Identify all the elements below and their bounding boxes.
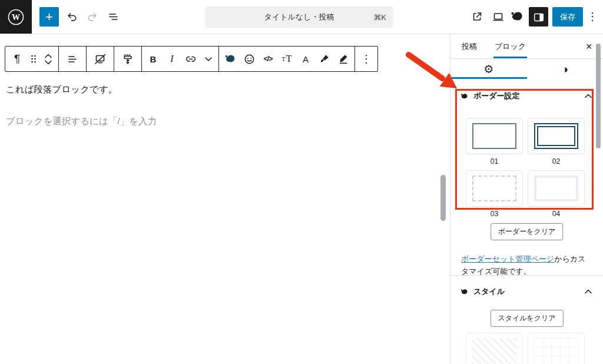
paintbrush-icon	[319, 53, 330, 65]
emoji-button[interactable]	[240, 47, 259, 71]
border-preview-double	[534, 123, 578, 149]
collapse-style-panel-button[interactable]	[582, 285, 595, 298]
list-view-button[interactable]	[105, 8, 121, 25]
align-text-icon	[67, 53, 78, 65]
undo-button[interactable]	[64, 8, 80, 25]
view-post-button[interactable]	[469, 8, 485, 25]
plus-icon: +	[45, 9, 53, 24]
tab-block[interactable]: ブロック	[493, 34, 527, 58]
border-preset-01-button[interactable]	[466, 118, 523, 154]
marker-pen-icon	[337, 53, 349, 65]
block-options-button[interactable]: ⋮	[357, 47, 376, 71]
kebab-icon: ⋮	[361, 54, 372, 64]
redo-button[interactable]	[84, 8, 101, 25]
sidebar-scrollbar-thumb[interactable]	[596, 44, 601, 148]
theme-format-button[interactable]	[221, 47, 240, 71]
preview-device-button[interactable]	[490, 8, 506, 25]
copy-format-button[interactable]	[315, 47, 334, 71]
responsive-visibility-button[interactable]	[88, 47, 112, 71]
tab-post[interactable]: 投稿	[460, 34, 478, 58]
border-preset-label: 01	[466, 157, 523, 166]
border-preset-cell: 03	[466, 170, 523, 218]
paragraph-block-button[interactable]: ¶	[7, 47, 27, 71]
undo-icon	[65, 10, 78, 23]
monitor-icon	[492, 10, 505, 23]
toolbar-group-options: ⋮	[354, 47, 377, 71]
tab-styles[interactable]: ◑	[527, 59, 603, 79]
close-sidebar-button[interactable]: ✕	[582, 39, 596, 54]
smiley-icon	[243, 53, 256, 65]
clear-border-button[interactable]: ボーダーをクリア	[491, 223, 564, 240]
chevron-up-icon	[585, 289, 592, 294]
settings-sidebar-toggle[interactable]	[529, 7, 548, 27]
move-block-buttons[interactable]	[40, 47, 57, 71]
border-preset-04-button[interactable]	[528, 170, 585, 207]
border-set-admin-link[interactable]: ボーダーセット管理ページ	[461, 254, 554, 263]
options-menu-button[interactable]: ⋮	[584, 8, 601, 25]
sidebar-tabs: 投稿 ブロック	[450, 34, 603, 59]
chevron-down-icon	[204, 57, 213, 62]
theme-menu-button[interactable]	[509, 8, 525, 25]
paragraph-icon: ¶	[14, 52, 20, 65]
toolbar-group-block: ¶	[5, 47, 58, 71]
style-panel-title: スタイル	[473, 286, 505, 297]
block-inserter-button[interactable]: +	[39, 7, 59, 27]
italic-button[interactable]: I	[163, 47, 181, 71]
border-preset-label: 02	[528, 157, 585, 166]
content-scrollbar-thumb[interactable]	[440, 175, 446, 221]
bird-icon	[460, 92, 469, 101]
border-note: ボーダーセット管理ページからカスタマイズ可能です。	[461, 253, 593, 278]
font-size-button[interactable]: TT	[277, 47, 296, 71]
toolbar-group-format: B I	[141, 47, 218, 71]
marker-button[interactable]	[334, 47, 353, 71]
contrast-icon: ◑	[562, 64, 568, 75]
style-panel-header: スタイル	[460, 284, 595, 299]
document-title: タイトルなし・投稿	[264, 12, 334, 22]
style-preset-grid	[466, 333, 585, 364]
margin-arrow-icon	[121, 52, 134, 65]
device-slash-icon	[94, 52, 107, 65]
font-color-button[interactable]: A	[296, 47, 315, 71]
align-text-button[interactable]	[61, 47, 84, 71]
style-preset-grid-button[interactable]	[528, 333, 585, 364]
tab-settings[interactable]: ⚙	[450, 59, 527, 79]
list-view-icon	[107, 10, 120, 23]
editor-canvas: ¶	[0, 34, 448, 364]
link-button[interactable]	[181, 47, 200, 71]
collapse-border-panel-button[interactable]	[582, 90, 595, 102]
kebab-icon: ⋮	[587, 11, 598, 22]
toolbar-group-extra: </> TT A	[218, 47, 354, 71]
svg-text:W: W	[12, 13, 20, 22]
clear-style-button[interactable]: スタイルをクリア	[490, 310, 563, 327]
drag-handle[interactable]	[27, 47, 40, 71]
toolbar-group-align	[58, 47, 86, 71]
more-formats-dropdown[interactable]	[200, 47, 217, 71]
border-preset-cell: 02	[528, 118, 585, 166]
border-panel-title: ボーダー設定	[473, 91, 520, 101]
wordpress-logo-button[interactable]: W	[0, 0, 32, 34]
save-button[interactable]: 保存	[552, 7, 583, 27]
sidebar-panel-icon	[532, 11, 545, 24]
empty-block-placeholder[interactable]: ブロックを選択するには「/」を入力	[6, 115, 157, 128]
inline-code-button[interactable]: </>	[259, 47, 277, 71]
close-icon: ✕	[585, 42, 592, 51]
bird-icon	[460, 287, 469, 296]
bold-button[interactable]: B	[144, 47, 163, 71]
border-preset-02-button[interactable]	[528, 118, 585, 154]
spacing-button[interactable]	[116, 47, 140, 71]
top-bar: W + タイトルなし・投稿 ⌘K	[0, 0, 603, 34]
border-preview-soft	[534, 176, 578, 201]
style-preset-stripes-button[interactable]	[466, 333, 523, 364]
external-link-icon	[471, 10, 483, 23]
chevron-up-icon	[585, 94, 592, 98]
paragraph-block[interactable]: これば段落ブロックです。	[6, 84, 117, 96]
italic-icon: I	[170, 54, 173, 64]
border-preset-cell: 01	[466, 118, 523, 166]
document-title-button[interactable]: タイトルなし・投稿 ⌘K	[205, 6, 393, 28]
chevron-up-icon	[44, 54, 52, 58]
command-k-shortcut: ⌘K	[373, 13, 386, 22]
border-preview-thin	[472, 123, 516, 149]
border-preview-dashed	[472, 176, 516, 201]
border-preset-03-button[interactable]	[466, 170, 523, 207]
stripes-pattern	[472, 338, 517, 364]
